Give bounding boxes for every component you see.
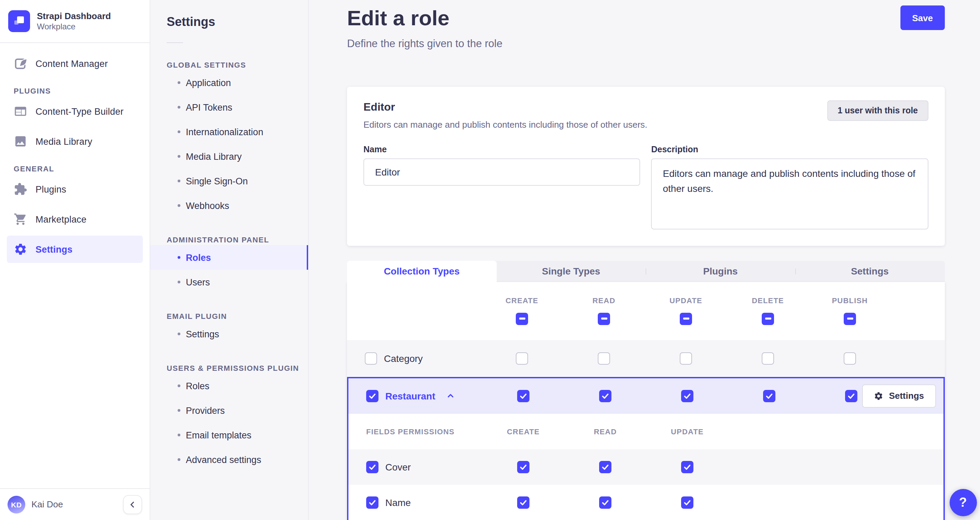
permissions-header-row: CREATE READ UPDATE DELETE PUBLISH [347,281,945,340]
checkbox-restaurant-read[interactable] [599,390,611,402]
bullet-icon [178,332,180,335]
gear-icon [874,391,883,401]
nav-label: Content Manager [35,58,108,68]
subnav-item-roles[interactable]: Roles [150,245,308,270]
settings-sub-navigation: Settings GLOBAL SETTINGS Application API… [150,0,309,520]
checkbox-restaurant-delete[interactable] [763,390,775,402]
checkbox-cover-read[interactable] [599,461,611,473]
role-name-input[interactable] [363,158,641,186]
subnav-item-providers[interactable]: Providers [150,398,308,423]
subnav-item-label: Roles [186,381,209,391]
column-label: CREATE [506,296,538,304]
bullet-icon [178,256,180,259]
subnav-item-up-roles[interactable]: Roles [150,374,308,398]
users-with-role-button[interactable]: 1 user with this role [827,100,928,121]
nav-label: Settings [35,244,72,254]
checkbox-all-delete[interactable] [762,312,774,325]
nav-item-marketplace[interactable]: Marketplace [7,205,143,233]
checkbox-restaurant-update[interactable] [681,390,694,402]
field-row-cover: Cover [348,449,943,485]
subnav-item-advanced-settings[interactable]: Advanced settings [150,447,308,472]
category-label-cell[interactable]: Category [347,352,481,364]
checkbox-all-publish[interactable] [844,312,856,325]
subnav-item-email-settings[interactable]: Settings [150,322,308,346]
role-description-textarea[interactable]: Editors can manage and publish contents … [651,158,928,229]
bullet-icon [178,81,180,84]
brand-subtitle: Workplace [37,22,111,32]
help-button[interactable]: ? [949,488,977,516]
nav-item-settings[interactable]: Settings [7,235,143,263]
bullet-icon [178,204,180,207]
role-card-header: Editor Editors can manage and publish co… [363,100,928,130]
collapse-sidebar-button[interactable] [123,495,142,514]
role-title: Editor [363,100,647,114]
subnav-item-label: Settings [186,329,219,339]
nav-label: Marketplace [35,214,86,224]
fields-permissions-header: FIELDS PERMISSIONS CREATE READ UPDATE [348,413,943,449]
chevron-up-icon [446,391,455,400]
checkbox-name-create[interactable] [517,496,530,508]
checkbox-name-read[interactable] [599,496,611,508]
bullet-icon [178,409,180,412]
tab-settings[interactable]: Settings [795,261,945,281]
subnav-item-media-library[interactable]: Media Library [150,144,308,169]
subnav-item-webhooks[interactable]: Webhooks [150,193,308,218]
cover-label-cell[interactable]: Cover [348,461,482,473]
nav-item-content-manager[interactable]: Content Manager [7,50,143,77]
checkbox-restaurant-create[interactable] [517,390,530,402]
nav-item-media-library[interactable]: Media Library [7,128,143,155]
media-library-icon [14,135,27,148]
user-profile-row[interactable]: KD Kai Doe [0,488,150,520]
checkbox-all-create[interactable] [516,312,528,325]
checkbox-cover-update[interactable] [681,461,694,473]
subnav-item-internationalization[interactable]: Internationalization [150,119,308,144]
subnav-item-label: Users [186,277,210,287]
restaurant-label-cell[interactable]: Restaurant [348,390,482,402]
checkbox-restaurant-publish[interactable] [845,390,858,402]
fields-column-update: UPDATE [646,427,728,435]
main-navigation: Strapi Dashboard Workplace Content Manag… [0,0,150,520]
name-label-cell[interactable]: Name [348,496,482,508]
checkbox-cover[interactable] [366,461,379,473]
checkbox-all-update[interactable] [680,312,692,325]
description-field-group: Description Editors can manage and publi… [651,145,928,232]
restaurant-settings-button[interactable]: Settings [862,384,935,407]
page-header: Edit a role Save [347,5,945,32]
subnav-item-single-sign-on[interactable]: Single Sign-On [150,169,308,193]
nav-item-plugins[interactable]: Plugins [7,175,143,203]
role-summary: Editors can manage and publish contents … [363,119,647,130]
description-field-label: Description [651,145,928,154]
restaurant-expanded-group: Restaurant Setting [347,377,945,520]
checkbox-category-create[interactable] [516,352,528,364]
screen: Strapi Dashboard Workplace Content Manag… [0,0,980,520]
save-button[interactable]: Save [900,5,945,30]
subnav-item-application[interactable]: Application [150,70,308,95]
nav-item-content-type-builder[interactable]: Content-Type Builder [7,98,143,125]
tab-plugins[interactable]: Plugins [646,261,795,281]
checkbox-restaurant[interactable] [366,390,379,402]
field-row-name: Name [348,485,943,520]
checkbox-category-update[interactable] [680,352,692,364]
subnav-item-email-templates[interactable]: Email templates [150,423,308,447]
checkbox-category[interactable] [365,352,377,364]
bullet-icon [178,281,180,283]
checkbox-category-publish[interactable] [844,352,856,364]
subnav-item-label: Advanced settings [186,455,261,465]
main-content: Edit a role Save Define the rights given… [309,0,980,520]
checkbox-category-read[interactable] [598,352,610,364]
checkbox-all-read[interactable] [598,312,610,325]
column-label: PUBLISH [832,296,868,304]
bullet-icon [178,434,180,436]
subnav-section-global-settings: GLOBAL SETTINGS [150,61,308,69]
subnav-item-api-tokens[interactable]: API Tokens [150,95,308,119]
tab-single-types[interactable]: Single Types [496,261,646,281]
name-field-label: Name [363,145,641,154]
subnav-item-users[interactable]: Users [150,270,308,294]
checkbox-cover-create[interactable] [517,461,530,473]
tab-collection-types[interactable]: Collection Types [347,261,496,281]
checkbox-name-update[interactable] [681,496,694,508]
checkbox-category-delete[interactable] [762,352,774,364]
subnav-section-administration-panel: ADMINISTRATION PANEL [150,235,308,244]
brand-home-link[interactable]: Strapi Dashboard Workplace [0,0,150,43]
checkbox-name[interactable] [366,496,379,508]
